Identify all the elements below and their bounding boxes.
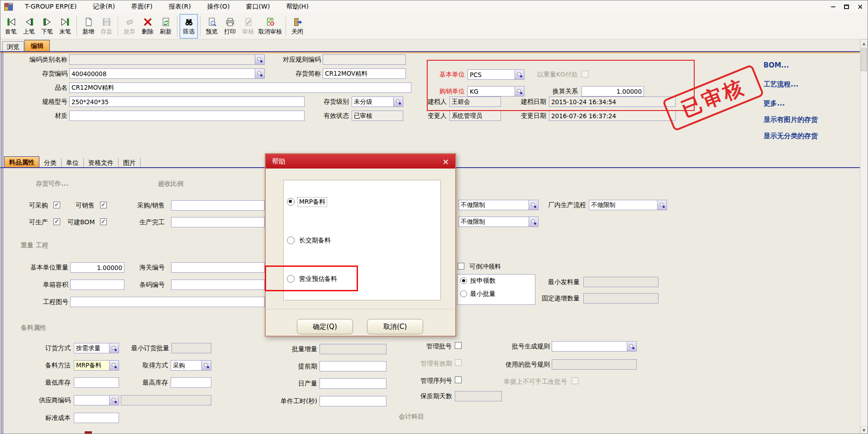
toolbar-refresh-button[interactable]: 刷新 xyxy=(157,14,175,39)
bom-allowed-checkbox[interactable]: ✓ xyxy=(100,218,107,225)
lookup-icon[interactable] xyxy=(393,97,403,106)
toolbar-next-button[interactable]: 下笔 xyxy=(38,14,56,39)
lookup-icon[interactable] xyxy=(109,361,119,370)
toolbar-last-button[interactable]: 末笔 xyxy=(56,14,74,39)
unit-hours-field[interactable] xyxy=(320,396,386,406)
tab-unit[interactable]: 单位 xyxy=(62,158,84,167)
item-level-field[interactable]: 未分级 xyxy=(352,96,403,107)
base-unit-field[interactable]: PCS xyxy=(467,69,525,80)
lookup-icon[interactable] xyxy=(515,70,524,79)
producible-checkbox[interactable]: ✓ xyxy=(53,218,60,225)
manage-batch-checkbox[interactable] xyxy=(455,342,462,349)
dialog-title-bar[interactable]: 帮助 xyxy=(266,154,455,169)
toolbar-prev-button[interactable]: 上笔 xyxy=(20,14,38,39)
min-stock-field[interactable] xyxy=(74,377,119,388)
lead-time-field[interactable] xyxy=(320,361,386,371)
tab-edit[interactable]: 编辑 xyxy=(24,40,50,51)
toolbar-cancel-audit-button[interactable]: 取消审核 xyxy=(257,14,283,39)
conversion-field[interactable]: 1.00000 xyxy=(582,86,644,96)
link-process-flow[interactable]: 工艺流程... xyxy=(763,80,798,89)
lookup-icon[interactable] xyxy=(627,342,636,351)
link-show-with-picture[interactable]: 显示有图片的存货 xyxy=(763,116,818,124)
dialog-radio-long-leadtime[interactable] xyxy=(287,236,295,244)
tab-item-attributes[interactable]: 料品属性 xyxy=(4,156,39,167)
supplier-code-field[interactable] xyxy=(74,395,119,405)
customs-code-field[interactable] xyxy=(171,262,265,273)
restore-icon[interactable] xyxy=(844,5,849,9)
factory-flow-field[interactable]: 不做限制 xyxy=(589,200,667,210)
by-request-radio[interactable] xyxy=(460,277,467,284)
batch-rule-field[interactable] xyxy=(552,341,637,352)
lookup-icon[interactable] xyxy=(529,217,538,227)
prep-method-field[interactable]: MRP备料 xyxy=(74,360,119,371)
dialog-option-long-leadtime[interactable]: 长交期备料 xyxy=(299,236,331,245)
dialog-radio-mrp[interactable] xyxy=(287,198,295,206)
trade-unit-field[interactable]: KG xyxy=(467,86,525,96)
tab-picture[interactable]: 图片 xyxy=(119,158,141,167)
spec-field[interactable]: 250*240*35 xyxy=(69,96,305,107)
toolbar-first-button[interactable]: 首笔 xyxy=(2,14,20,39)
base-unit-weight-field[interactable]: 1.00000 xyxy=(70,262,124,273)
toolbar-filter-button[interactable]: 筛选 xyxy=(180,14,198,39)
lookup-icon[interactable] xyxy=(515,87,524,96)
tab-category[interactable]: 分类 xyxy=(39,158,62,167)
close-window-icon[interactable]: × xyxy=(857,0,863,13)
toolbar-preview-button[interactable]: 预览 xyxy=(203,14,221,39)
material-field[interactable] xyxy=(69,111,305,121)
production-finish-field[interactable] xyxy=(171,217,265,227)
menu-operation[interactable]: 操作(O) xyxy=(207,3,230,11)
order-mode-field[interactable]: 按需求量 xyxy=(74,343,119,353)
dialog-option-mrp[interactable]: MRP备料 xyxy=(298,198,327,207)
menu-record[interactable]: 记录(R) xyxy=(93,3,115,11)
toolbar-print-button[interactable]: 打印 xyxy=(221,14,239,39)
toolbar-close-button[interactable]: 关闭 xyxy=(288,14,306,39)
daily-output-field[interactable] xyxy=(320,378,386,389)
scroll-down-icon[interactable]: ▼ xyxy=(860,426,868,434)
rule-code-field[interactable] xyxy=(323,54,406,65)
lookup-icon[interactable] xyxy=(109,343,119,353)
minimize-icon[interactable]: − xyxy=(830,0,836,13)
vertical-scrollbar[interactable]: ▲ ▼ xyxy=(860,39,868,434)
lookup-icon[interactable] xyxy=(201,361,211,370)
item-name-field[interactable]: CR12MOV精料 xyxy=(69,82,411,93)
scrollbar-thumb[interactable] xyxy=(861,48,867,71)
menu-help[interactable]: 帮助(H) xyxy=(286,3,308,11)
acquire-mode-field[interactable]: 采购 xyxy=(171,360,211,371)
item-abbr-field[interactable]: CR12MOV精料 xyxy=(323,68,406,79)
toolbar-new-button[interactable]: 新增 xyxy=(79,14,97,39)
menu-report[interactable]: 报表(R) xyxy=(169,3,191,11)
code-category-field[interactable] xyxy=(69,54,265,65)
scroll-up-icon[interactable]: ▲ xyxy=(860,39,868,48)
menu-tgroup-erp[interactable]: T-GROUP ERP(E) xyxy=(25,3,76,11)
std-cost-field[interactable] xyxy=(74,413,119,423)
box-volume-field[interactable] xyxy=(70,280,124,290)
purchasable-checkbox[interactable]: ✓ xyxy=(53,202,60,208)
lookup-icon[interactable] xyxy=(657,200,667,210)
menu-window[interactable]: 窗口(W) xyxy=(246,3,270,11)
drawing-no-field[interactable] xyxy=(70,297,265,307)
lookup-icon[interactable] xyxy=(255,55,264,64)
limit-field-b[interactable]: 不做限制 xyxy=(458,217,539,227)
purchase-sale-field[interactable] xyxy=(171,200,265,211)
lookup-icon[interactable] xyxy=(529,200,538,210)
tab-browse[interactable]: 浏览 xyxy=(2,41,24,51)
lookup-icon[interactable] xyxy=(255,69,264,78)
sellable-checkbox[interactable]: ✓ xyxy=(100,202,107,208)
max-stock-field[interactable] xyxy=(171,377,211,388)
backflush-checkbox[interactable] xyxy=(458,263,464,270)
manage-serial-checkbox[interactable] xyxy=(455,376,462,383)
link-show-unclassified[interactable]: 显示无分类的存货 xyxy=(763,132,818,140)
tab-qualification[interactable]: 资格文件 xyxy=(84,158,119,167)
limit-field-a[interactable]: 不做限制 xyxy=(458,200,539,210)
dialog-close-icon[interactable]: × xyxy=(439,154,453,169)
toolbar-delete-button[interactable]: 删除 xyxy=(138,14,157,39)
link-more[interactable]: 更多... xyxy=(763,99,785,108)
lookup-icon[interactable] xyxy=(109,395,119,405)
menu-interface[interactable]: 界面(F) xyxy=(131,3,153,11)
dialog-cancel-button[interactable]: 取消(C) xyxy=(367,319,423,334)
min-batch-radio[interactable] xyxy=(460,290,467,297)
item-code-field[interactable]: 400400008 xyxy=(69,68,265,79)
link-bom[interactable]: BOM... xyxy=(763,61,789,69)
barcode-field[interactable] xyxy=(171,280,265,290)
dialog-ok-button[interactable]: 确定(Q) xyxy=(297,319,353,334)
